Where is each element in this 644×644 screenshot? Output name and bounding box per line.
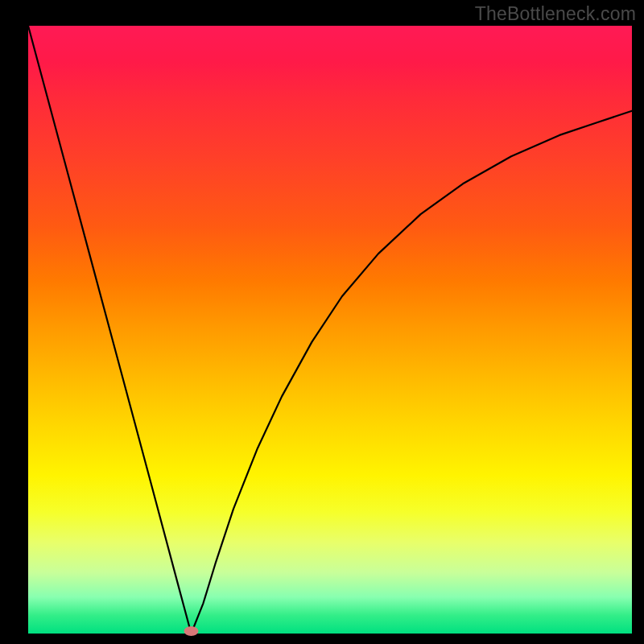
- bottleneck-curve: [28, 26, 632, 634]
- curve-layer: [28, 26, 632, 634]
- chart-frame: TheBottleneck.com: [0, 0, 644, 644]
- plot-area: [28, 26, 632, 634]
- watermark-text: TheBottleneck.com: [475, 3, 636, 25]
- min-point-marker: [184, 626, 199, 636]
